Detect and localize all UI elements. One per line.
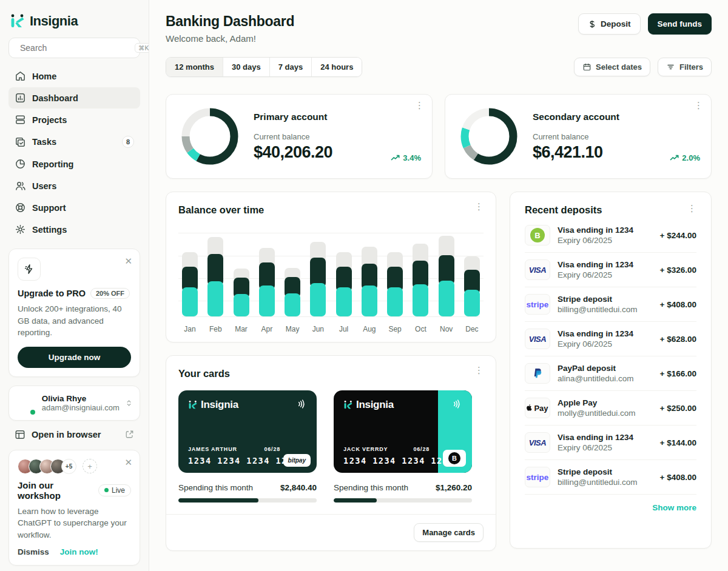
tab-7-days[interactable]: 7 days	[269, 58, 311, 76]
x-axis-label: Oct	[413, 325, 428, 333]
sidebar-item-tasks[interactable]: Tasks8	[8, 131, 140, 153]
kebab-menu-icon[interactable]: ⋮	[687, 206, 696, 216]
bar-jun[interactable]	[310, 242, 326, 316]
send-funds-button[interactable]: Send funds	[648, 13, 712, 35]
filter-lines-icon	[666, 62, 675, 72]
sidebar-item-projects[interactable]: Projects	[8, 109, 140, 130]
deposits-title: Recent deposits	[525, 204, 602, 216]
filters-button[interactable]: Filters	[658, 58, 712, 76]
chart-title: Balance over time	[178, 204, 264, 216]
tab-12-months[interactable]: 12 months	[166, 58, 223, 76]
spending-label: Spending this month	[334, 483, 408, 492]
deposit-subtitle: alina@untitledui.com	[558, 374, 653, 383]
insignia-logo-icon	[10, 13, 25, 29]
deposit-button[interactable]: Deposit	[578, 13, 641, 35]
workshop-avatars: +5 +	[18, 459, 131, 474]
deposit-title: PayPal deposit	[558, 364, 653, 373]
credit-card[interactable]: InsigniaJAMES ARTHUR06/281234 1234 1234 …	[178, 390, 317, 473]
deposit-title: Apple Pay	[558, 398, 653, 407]
workshop-title: Join our workshop	[18, 480, 93, 501]
payment-method-tile: VISA	[525, 329, 550, 349]
add-attendee-button[interactable]: +	[83, 459, 97, 473]
card-number: 1234 1234 1234 1234	[343, 456, 430, 466]
balance-teal-segment	[387, 287, 403, 316]
bar-feb[interactable]	[207, 237, 223, 316]
secondary-account-donut-chart	[457, 105, 521, 168]
balance-teal-segment	[259, 286, 275, 316]
join-now-link[interactable]: Join now!	[60, 547, 98, 556]
welcome-text: Welcome back, Adam!	[166, 33, 294, 44]
show-more-link[interactable]: Show more	[525, 495, 696, 516]
balance-teal-segment	[207, 281, 223, 316]
upgrade-now-button[interactable]: Upgrade now	[18, 347, 131, 368]
manage-cards-button[interactable]: Manage cards	[414, 523, 484, 542]
kebab-menu-icon[interactable]: ⋮	[474, 204, 484, 216]
bar-jan[interactable]	[182, 252, 198, 316]
upgrade-description: Unlock 200+ integrations, 40 GB data, an…	[18, 303, 131, 339]
bar-jul[interactable]	[336, 252, 352, 316]
sidebar-item-home[interactable]: Home	[8, 65, 140, 87]
bar-apr[interactable]	[259, 248, 275, 316]
deposit-row[interactable]: VISAVisa ending in 1234Expiry 06/2025+ $…	[525, 322, 696, 356]
kebab-menu-icon[interactable]: ⋮	[474, 368, 484, 379]
dashboard-icon	[15, 92, 26, 104]
x-axis-label: Aug	[362, 325, 377, 333]
bar-aug[interactable]	[362, 247, 377, 316]
bar-nov[interactable]	[439, 236, 454, 316]
sidebar-nav: HomeDashboardProjectsTasks8ReportingUser…	[8, 65, 140, 240]
close-icon[interactable]: ✕	[124, 256, 132, 265]
deposit-subtitle: Expiry 06/2025	[558, 443, 653, 452]
close-icon[interactable]: ✕	[124, 458, 132, 467]
sidebar: Insignia ⌘K HomeDashboardProjectsTasks8R…	[0, 0, 149, 571]
bitcoin-badge: B	[443, 450, 466, 467]
upgrade-title: Upgrade to PRO	[18, 289, 86, 298]
tab-30-days[interactable]: 30 days	[223, 58, 269, 76]
workshop-description: Learn how to leverage ChatGPT to superch…	[18, 506, 131, 541]
bar-may[interactable]	[285, 268, 300, 316]
contactless-icon	[452, 399, 462, 409]
stripe-icon: stripe	[527, 473, 549, 482]
deposit-row[interactable]: stripeStripe depositbilling@untitledui.c…	[525, 287, 696, 322]
credit-card[interactable]: InsigniaJACK VERRDY06/281234 1234 1234 1…	[334, 390, 472, 473]
trend-indicator: 2.0%	[670, 153, 700, 162]
open-in-browser-link[interactable]: Open in browser	[8, 421, 140, 442]
open-in-browser-label: Open in browser	[32, 430, 101, 439]
balance-amount: $6,421.10	[533, 143, 619, 162]
deposit-row[interactable]: BVisa ending in 1234Expiry 06/2025+ $244…	[525, 218, 696, 253]
sidebar-item-settings[interactable]: Settings	[8, 219, 140, 240]
dismiss-button[interactable]: Dismiss	[18, 547, 49, 556]
live-dot	[104, 488, 109, 492]
x-axis-label: Nov	[439, 325, 454, 333]
search-box[interactable]: ⌘K	[8, 38, 140, 58]
deposit-amount: + $408.00	[660, 300, 696, 309]
sidebar-item-reporting[interactable]: Reporting	[8, 153, 140, 175]
bar-sep[interactable]	[387, 252, 403, 316]
recent-deposits-card: Recent deposits ⋮ BVisa ending in 1234Ex…	[510, 192, 712, 549]
deposit-subtitle: billing@untitledui.com	[558, 478, 653, 487]
bar-oct[interactable]	[413, 244, 428, 316]
bar-dec[interactable]	[464, 256, 480, 316]
select-dates-button[interactable]: Select dates	[574, 58, 650, 76]
deposit-row[interactable]: stripeStripe depositbilling@untitledui.c…	[525, 460, 696, 495]
sidebar-item-dashboard[interactable]: Dashboard	[8, 87, 140, 109]
insignia-logo-icon	[188, 400, 198, 410]
kebab-menu-icon[interactable]: ⋮	[694, 103, 703, 108]
sidebar-item-users[interactable]: Users	[8, 175, 140, 196]
deposit-row[interactable]: VISAVisa ending in 1234Expiry 06/2025+ $…	[525, 253, 696, 287]
x-axis-label: Apr	[259, 325, 275, 333]
balance-teal-segment	[336, 287, 352, 316]
bar-mar[interactable]	[234, 269, 249, 316]
tab-24-hours[interactable]: 24 hours	[311, 58, 362, 76]
workshop-card: ✕ +5 + Join our workshop Live Learn how …	[8, 450, 140, 566]
user-menu[interactable]: Olivia Rhye adam@insigniaui.com	[8, 386, 140, 421]
search-input[interactable]	[20, 43, 130, 53]
deposit-row[interactable]: PayPal depositalina@untitledui.com+ $166…	[525, 356, 696, 391]
deposit-row[interactable]: VISAVisa ending in 1234Expiry 06/2025+ $…	[525, 426, 696, 460]
sidebar-item-support[interactable]: Support	[8, 197, 140, 218]
bitpay-badge: bitpay	[283, 454, 311, 467]
deposit-row[interactable]: PayApple Paymolly@untitledui.com+ $250.0…	[525, 391, 696, 426]
settings-icon	[15, 224, 26, 235]
kebab-menu-icon[interactable]: ⋮	[415, 103, 423, 108]
balance-teal-segment	[362, 286, 377, 316]
your-cards-title: Your cards	[178, 368, 230, 379]
